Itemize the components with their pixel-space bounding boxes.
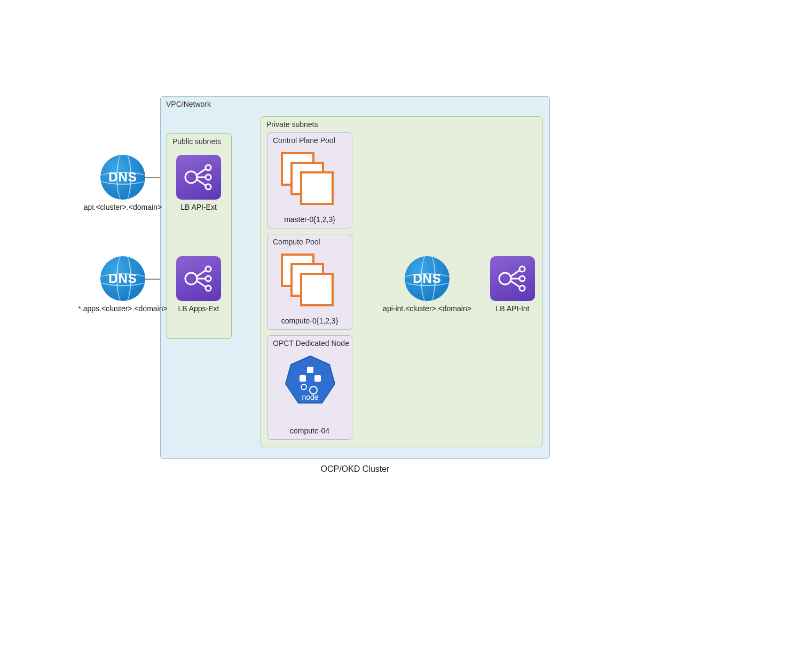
control-plane-pool: Control Plane Pool master-0{1,2,3}	[267, 132, 352, 228]
lb-api-ext-label: LB API-Ext	[172, 203, 225, 211]
k8s-node-glyph-text: node	[302, 393, 318, 401]
control-plane-pool-label: Control Plane Pool	[273, 136, 335, 145]
svg-rect-9	[300, 375, 306, 382]
dns-api-int-label: api-int.<cluster>.<domain>	[358, 304, 497, 313]
dns-api-ext-label: api.<cluster>.<domain>	[59, 203, 187, 211]
opct-pool: OPCT Dedicated Node node compute-04	[267, 335, 352, 440]
compute-members-label: compute-0{1,2,3}	[267, 317, 352, 325]
dns-api-int: DNS api-int.<cluster>.<domain>	[384, 256, 470, 313]
svg-rect-10	[314, 375, 321, 382]
vpc-label: VPC/Network	[166, 100, 211, 108]
master-stack-icon	[281, 152, 340, 205]
lb-api-ext: LB API-Ext	[172, 155, 225, 211]
dns-icon: DNS	[405, 256, 450, 301]
lb-apps-ext: LB Apps-Ext	[172, 256, 225, 313]
dns-apps-ext: DNS *.apps.<cluster>.<domain>	[80, 256, 166, 313]
load-balancer-icon	[176, 256, 221, 301]
dns-glyph: DNS	[108, 170, 137, 185]
opct-members-label: compute-04	[267, 426, 352, 435]
compute-pool-label: Compute Pool	[273, 238, 320, 246]
dns-glyph: DNS	[413, 271, 442, 286]
compute-pool: Compute Pool compute-0{1,2,3}	[267, 234, 352, 330]
dns-glyph: DNS	[108, 271, 137, 286]
compute-stack-icon	[281, 254, 340, 307]
dns-icon: DNS	[100, 155, 145, 200]
load-balancer-icon	[490, 256, 535, 301]
master-members-label: master-0{1,2,3}	[267, 215, 352, 224]
k8s-node-icon: node	[284, 354, 337, 407]
load-balancer-icon	[176, 155, 221, 200]
dns-icon: DNS	[100, 256, 145, 301]
dns-api-ext: DNS api.<cluster>.<domain>	[80, 155, 166, 211]
opct-pool-label: OPCT Dedicated Node	[273, 339, 349, 347]
diagram-caption: OCP/OKD Cluster	[160, 464, 550, 474]
public-subnets-label: Public subnets	[172, 137, 221, 146]
private-subnets-label: Private subnets	[266, 120, 318, 129]
lb-api-int-label: LB API-Int	[486, 304, 539, 313]
lb-api-int: LB API-Int	[486, 256, 539, 313]
lb-apps-ext-label: LB Apps-Ext	[172, 304, 225, 313]
svg-rect-8	[307, 367, 313, 373]
diagram-stage: VPC/Network Public subnets Private subne…	[0, 0, 795, 672]
